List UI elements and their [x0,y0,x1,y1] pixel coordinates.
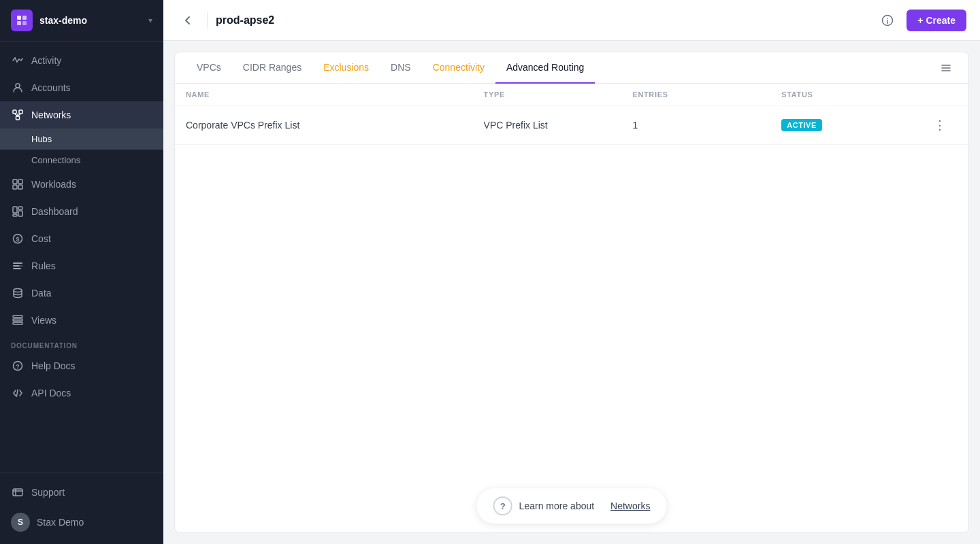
svg-rect-5 [13,110,16,114]
sidebar-item-hubs[interactable]: Hubs [0,129,163,150]
svg-text:i: i [887,17,889,24]
sidebar-item-networks-label: Networks [31,109,71,120]
sidebar-item-api-docs[interactable]: API Docs [0,379,163,407]
sidebar-item-dashboard-label: Dashboard [31,206,78,217]
content-area: VPCs CIDR Ranges Exclusions DNS Connecti… [163,41,980,544]
doc-section-label: DOCUMENTATION [0,334,163,352]
row-type: VPC Prefix List [484,120,633,131]
tab-cidr-ranges[interactable]: CIDR Ranges [232,52,312,84]
svg-text:$: $ [16,236,19,243]
user-menu[interactable]: S Stax Demo [0,506,163,539]
svg-rect-16 [18,207,22,209]
row-name: Corporate VPCs Prefix List [186,120,484,131]
sidebar-item-cost-label: Cost [31,233,51,244]
svg-rect-28 [13,322,22,324]
row-entries: 1 [632,120,781,131]
sidebar-item-support[interactable]: Support [0,479,163,506]
col-header-entries: ENTRIES [632,90,781,99]
sidebar-item-rules[interactable]: Rules [0,252,163,279]
networks-sub-nav: Hubs Connections [0,129,163,171]
sidebar-item-accounts-label: Accounts [31,82,71,93]
accounts-icon [11,81,24,95]
svg-rect-2 [17,21,21,25]
col-header-status: STATUS [781,90,930,99]
topbar: prod-apse2 i + Create [163,0,980,41]
create-button[interactable]: + Create [906,10,966,31]
svg-rect-0 [17,16,21,20]
info-button[interactable]: i [877,10,898,31]
back-button[interactable] [177,10,199,31]
svg-rect-11 [13,180,17,184]
svg-rect-26 [13,316,22,318]
cost-icon: $ [11,232,24,245]
svg-rect-7 [16,116,20,120]
api-docs-icon [11,386,24,400]
sidebar-item-accounts[interactable]: Accounts [0,74,163,101]
svg-rect-18 [13,214,17,216]
svg-rect-12 [18,180,22,184]
sidebar-item-cost[interactable]: $ Cost [0,225,163,252]
sidebar-item-help-docs[interactable]: ? Help Docs [0,352,163,379]
sidebar-item-views[interactable]: Views [0,307,163,334]
svg-point-4 [16,84,20,88]
svg-rect-14 [18,185,22,189]
sidebar-item-data[interactable]: Data [0,279,163,307]
sidebar-item-connections[interactable]: Connections [0,150,163,171]
col-header-type: TYPE [484,90,633,99]
row-actions: ⋮ [930,116,958,135]
svg-rect-13 [13,185,17,189]
learn-more-link[interactable]: Networks [610,500,650,511]
tab-exclusions[interactable]: Exclusions [312,52,380,84]
sidebar-item-activity-label: Activity [31,55,61,66]
topbar-divider [207,12,208,29]
data-icon [11,286,24,300]
svg-point-25 [14,289,22,292]
org-selector[interactable]: stax-demo ▾ [0,0,163,41]
sidebar-nav: Activity Accounts [0,41,163,473]
svg-rect-31 [13,489,22,496]
tab-advanced-routing[interactable]: Advanced Routing [495,52,595,84]
sidebar-item-hubs-label: Hubs [31,134,52,144]
row-status: ACTIVE [781,119,930,131]
svg-rect-1 [22,16,27,20]
table-header: NAME TYPE ENTRIES STATUS [175,84,968,106]
tabs-header: VPCs CIDR Ranges Exclusions DNS Connecti… [175,52,968,84]
col-header-actions [930,90,958,99]
svg-rect-15 [13,207,17,213]
col-header-name: NAME [186,90,484,99]
sidebar-item-workloads-label: Workloads [31,179,76,190]
networks-icon [11,108,24,122]
sidebar-item-api-docs-label: API Docs [31,388,71,398]
avatar: S [11,513,30,532]
svg-text:?: ? [16,363,20,370]
sidebar-item-support-label: Support [31,487,65,498]
sidebar-item-activity[interactable]: Activity [0,47,163,74]
sidebar-item-workloads[interactable]: Workloads [0,171,163,198]
user-name: Stax Demo [37,517,84,528]
status-badge: ACTIVE [781,119,822,131]
org-logo [11,10,33,31]
chevron-down-icon: ▾ [148,16,152,25]
learn-more-icon: ? [493,496,512,515]
sidebar-item-dashboard[interactable]: Dashboard [0,198,163,225]
tabs-menu-button[interactable] [934,56,958,80]
table-row: Corporate VPCs Prefix List VPC Prefix Li… [175,106,968,145]
sidebar-item-rules-label: Rules [31,260,56,271]
row-menu-button[interactable]: ⋮ [930,116,949,135]
support-icon [11,486,24,499]
sidebar-item-networks[interactable]: Networks [0,101,163,129]
help-docs-icon: ? [11,359,24,373]
tab-vpcs[interactable]: VPCs [186,52,232,84]
rules-icon [11,259,24,273]
learn-more-banner: ? Learn more about Networks [477,488,667,524]
sidebar: stax-demo ▾ Activity Accounts [0,0,163,544]
learn-more-text: Learn more about [519,500,595,511]
tab-dns[interactable]: DNS [380,52,422,84]
page-title: prod-apse2 [216,14,868,27]
tab-connectivity[interactable]: Connectivity [422,52,495,84]
main-content: prod-apse2 i + Create VPCs CIDR Ranges E… [163,0,980,544]
sidebar-item-connections-label: Connections [31,155,80,165]
sidebar-bottom: Support S Stax Demo [0,473,163,544]
svg-rect-24 [20,265,22,267]
svg-rect-6 [19,110,22,114]
